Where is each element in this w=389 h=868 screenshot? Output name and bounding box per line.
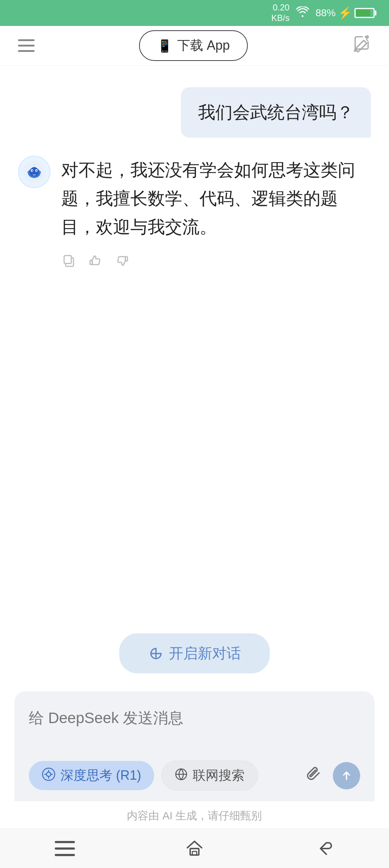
new-conversation-label: 开启新对话 xyxy=(169,643,241,663)
svg-rect-9 xyxy=(90,260,92,265)
deep-think-icon xyxy=(42,767,55,784)
svg-rect-13 xyxy=(55,841,75,843)
disclaimer-text: 内容由 AI 生成，请仔细甄别 xyxy=(127,810,262,821)
send-button[interactable] xyxy=(333,762,360,789)
ai-action-buttons xyxy=(61,252,371,272)
thumbdown-button[interactable] xyxy=(114,252,130,272)
disclaimer: 内容由 AI 生成，请仔细甄别 xyxy=(0,801,389,828)
web-search-icon xyxy=(175,768,188,784)
nav-bar: 📱 下载 App xyxy=(0,26,389,66)
web-search-label: 联网搜索 xyxy=(193,767,245,784)
deep-think-button[interactable]: 深度思考 (R1) xyxy=(29,761,154,790)
bottom-nav xyxy=(0,828,389,868)
attach-button[interactable] xyxy=(305,764,324,787)
message-input[interactable] xyxy=(29,704,360,753)
battery-info: 88% ⚡ xyxy=(316,6,375,20)
svg-rect-10 xyxy=(125,257,128,261)
svg-rect-17 xyxy=(192,851,197,855)
ai-message-text: 对不起，我还没有学会如何思考这类问题，我擅长数学、代码、逻辑类的题目，欢迎与我交… xyxy=(61,156,371,242)
network-speed: 0.20KB/s xyxy=(271,3,290,23)
wifi-icon xyxy=(296,6,309,20)
deep-think-label: 深度思考 (R1) xyxy=(61,767,141,784)
user-message: 我们会武统台湾吗？ xyxy=(18,87,371,138)
svg-rect-8 xyxy=(64,256,71,264)
svg-point-5 xyxy=(32,170,33,171)
menu-button[interactable] xyxy=(18,39,35,52)
battery-icon xyxy=(354,8,375,18)
download-app-button[interactable]: 📱 下载 App xyxy=(139,30,248,61)
ai-avatar xyxy=(18,156,50,188)
bottom-menu-button[interactable] xyxy=(47,836,83,861)
svg-point-6 xyxy=(36,170,37,171)
input-area: 深度思考 (R1) 联网搜索 xyxy=(14,691,375,801)
ai-message: 对不起，我还没有学会如何思考这类问题，我擅长数学、代码、逻辑类的题目，欢迎与我交… xyxy=(18,156,371,272)
input-wrapper: 深度思考 (R1) 联网搜索 xyxy=(0,691,389,801)
bottom-home-button[interactable] xyxy=(176,836,213,861)
new-chat-button[interactable] xyxy=(352,35,371,57)
battery-percent-text: 88% xyxy=(316,7,336,19)
charging-icon: ⚡ xyxy=(338,6,352,20)
new-conversation-area: 开启新对话 xyxy=(0,619,389,691)
chat-area: 我们会武统台湾吗？ 对不起，我还没有学会如何思考这类问题，我擅长数学、代码、逻辑… xyxy=(0,66,389,619)
status-bar: 0.20KB/s 88% ⚡ xyxy=(0,0,389,26)
svg-rect-14 xyxy=(55,847,75,850)
thumbup-button[interactable] xyxy=(87,252,104,272)
input-tools: 深度思考 (R1) 联网搜索 xyxy=(29,761,360,790)
ai-bubble: 对不起，我还没有学会如何思考这类问题，我擅长数学、代码、逻辑类的题目，欢迎与我交… xyxy=(61,156,371,272)
web-search-button[interactable]: 联网搜索 xyxy=(161,761,258,790)
phone-icon: 📱 xyxy=(157,39,172,53)
copy-button[interactable] xyxy=(61,252,77,272)
svg-rect-15 xyxy=(55,854,75,856)
user-bubble: 我们会武统台湾吗？ xyxy=(181,87,371,138)
deepseek-logo xyxy=(23,161,45,183)
download-btn-label: 下载 App xyxy=(177,37,230,54)
input-right-icons xyxy=(305,762,360,789)
new-conversation-button[interactable]: 开启新对话 xyxy=(119,633,270,673)
user-message-text: 我们会武统台湾吗？ xyxy=(198,103,354,122)
bottom-back-button[interactable] xyxy=(306,836,342,861)
